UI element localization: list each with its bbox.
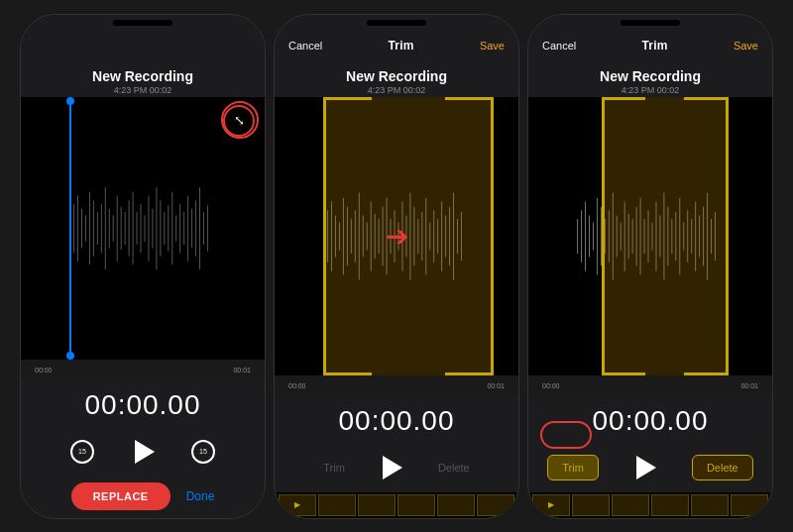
trim-top-left-3 [602,97,645,100]
notch-2 [367,20,426,26]
play-btn-2[interactable] [373,449,410,486]
action-row-1: REPLACE Done [21,477,265,518]
panel-3: Cancel Trim Save New Recording 4:23 PM 0… [527,14,773,519]
nav-cancel-2[interactable]: Cancel [288,40,322,52]
trim-overlay-2 [323,97,494,375]
timeline-1: 00:00 00:01 [21,360,265,381]
nav-save-2[interactable]: Save [480,40,505,52]
skip-back-btn-1[interactable]: 15 [68,438,96,466]
recording-header-2: New Recording 4:23 PM 00:02 [275,64,518,97]
skip-fwd-btn-1[interactable]: 15 [189,438,217,466]
nav-title-2: Trim [389,39,414,53]
red-circle-trim-3 [540,421,592,449]
red-circle-top-1 [221,101,259,139]
play-btn-3[interactable] [626,449,664,486]
play-triangle-1 [135,440,155,464]
panel-1: New Recording 4:23 PM 00:02 ⤡ [20,14,266,519]
tick-1-1: 00:01 [233,367,251,373]
film-cell-5-2 [437,494,475,516]
play-triangle-2 [383,456,402,479]
film-cell-1-3: ▶ [532,494,570,516]
playhead-dot-top-1 [66,97,74,105]
film-icon-3: ▶ [548,500,554,509]
film-cell-4-3 [651,494,689,516]
film-cell-5-3 [691,494,729,516]
nav-save-3[interactable]: Save [734,40,758,52]
controls-wrapper-3: Trim Delete [528,441,772,492]
timer-value-1: 00:00.00 [85,389,201,420]
trim-top-right-3 [684,97,728,100]
timer-1: 00:00.00 [21,381,265,425]
status-bar-3 [528,15,772,27]
ticks-3: 00:00 00:01 [542,382,758,389]
trim-handle-left-3[interactable] [602,97,605,375]
recording-meta-1: 4:23 PM 00:02 [21,85,265,95]
tick-1-3: 00:01 [740,382,758,389]
notch-1 [113,20,172,26]
recording-header-1: New Recording 4:23 PM 00:02 [21,64,265,97]
trim-top-right-2 [445,97,494,100]
timeline-2: 00:00 00:01 [275,375,518,397]
panel-2: Cancel Trim Save New Recording 4:23 PM 0… [274,14,519,519]
trim-bottom-left-2 [323,372,372,375]
replace-btn-1[interactable]: REPLACE [71,482,170,510]
playhead-1 [69,97,71,360]
play-triangle-3 [636,456,656,479]
delete-btn-dim-2[interactable]: Delete [438,462,470,474]
tick-0-1: 00:00 [35,367,53,373]
film-cell-1-2: ▶ [279,494,316,516]
recording-title-1: New Recording [21,68,265,84]
trim-top-left-2 [323,97,372,100]
ticks-1: 00:00 00:01 [35,367,251,373]
filmstrip-3: ▶ [528,492,772,518]
nav-cancel-3[interactable]: Cancel [542,40,576,52]
timeline-3: 00:00 00:01 [528,375,772,397]
film-cell-6-2 [477,494,514,516]
nav-bar-2: Cancel Trim Save [275,27,518,64]
tick-0-2: 00:00 [288,382,306,389]
trim-btn-dim-2[interactable]: Trim [323,462,345,474]
film-cell-4-2 [397,494,435,516]
trim-handle-right-2[interactable] [491,97,494,375]
film-cell-3-2 [358,494,396,516]
play-btn-1[interactable] [124,433,162,471]
waveform-3 [528,97,772,375]
timer-2: 00:00.00 [275,397,518,441]
notch-3 [621,20,680,26]
film-cell-2-3 [572,494,610,516]
nav-bar-1 [21,27,265,64]
playhead-dot-bottom-1 [66,352,74,360]
timer-value-2: 00:00.00 [339,405,455,436]
trim-bottom-right-3 [684,372,728,375]
trim-bottom-left-3 [602,372,645,375]
trim-btn-active-3[interactable]: Trim [547,455,599,480]
status-bar-1 [21,15,265,27]
controls-2: Trim Delete [275,441,518,492]
tick-0-3: 00:00 [542,382,560,389]
waveform-svg-1 [21,97,265,360]
filmstrip-2: ▶ [275,492,518,518]
film-cell-2-2 [318,494,356,516]
trim-overlay-3 [602,97,729,375]
recording-title-2: New Recording [275,68,518,84]
trim-handle-right-3[interactable] [726,97,729,375]
skip-back-num-1: 15 [78,448,86,455]
film-cell-3-3 [612,494,649,516]
timer-value-3: 00:00.00 [593,405,709,436]
recording-title-3: New Recording [528,68,772,84]
skip-fwd-circle-1: 15 [191,440,215,464]
delete-btn-3[interactable]: Delete [692,455,753,480]
waveform-1: ⤡ [21,97,265,360]
ticks-2: 00:00 00:01 [288,382,505,389]
recording-meta-2: 4:23 PM 00:02 [275,85,518,95]
skip-fwd-num-1: 15 [199,448,207,455]
arrow-right-2: ➔ [386,220,408,253]
skip-back-circle-1: 15 [70,440,94,464]
tick-1-2: 00:01 [487,382,505,389]
done-btn-1[interactable]: Done [186,489,215,503]
status-bar-2 [275,15,518,27]
waveform-2: ➔ [275,97,518,375]
nav-title-3: Trim [642,39,668,53]
trim-handle-left-2[interactable] [323,97,326,375]
film-icon-1: ▶ [294,500,300,509]
